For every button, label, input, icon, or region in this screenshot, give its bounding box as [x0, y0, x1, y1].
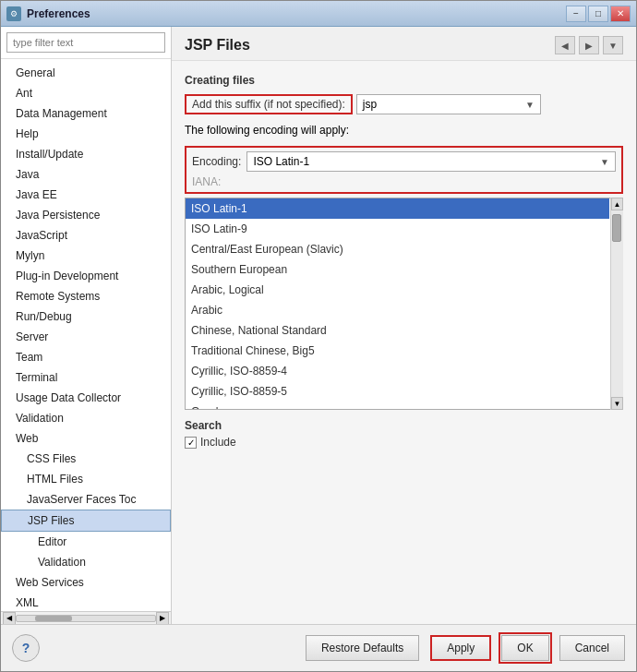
include-row: ✓ Include [185, 436, 623, 449]
suffix-value: jsp [363, 98, 377, 111]
vscroll-up[interactable]: ▲ [611, 198, 623, 210]
panel-header: JSP Files ◀ ▶ ▼ [172, 27, 636, 61]
main-content: General Ant Data Management Help Install… [1, 27, 636, 624]
window-icon: ⚙ [6, 6, 21, 21]
sidebar-item-validation[interactable]: Validation [1, 408, 171, 428]
encoding-option-iso-latin-1[interactable]: ISO Latin-1 [186, 198, 609, 219]
right-panel: JSP Files ◀ ▶ ▼ Creating files Add this … [172, 27, 636, 624]
encoding-dropdown[interactable]: ISO Latin-1 ▼ [246, 151, 616, 172]
close-button[interactable]: ✕ [610, 6, 631, 22]
ok-button[interactable]: OK [501, 635, 548, 661]
sidebar-item-general[interactable]: General [1, 63, 171, 83]
creating-files-label: Creating files [185, 74, 623, 87]
sidebar-item-java-persistence[interactable]: Java Persistence [1, 205, 171, 225]
sidebar-item-remote-systems[interactable]: Remote Systems [1, 286, 171, 306]
nav-back-button[interactable]: ◀ [555, 36, 575, 54]
include-label: Include [200, 436, 236, 449]
vscroll-track [611, 210, 623, 397]
sidebar-item-help[interactable]: Help [1, 124, 171, 144]
sidebar-item-mylyn[interactable]: Mylyn [1, 246, 171, 266]
action-buttons: Restore Defaults Apply OK Cancel [306, 632, 625, 664]
scroll-track [16, 615, 156, 622]
tree-area: General Ant Data Management Help Install… [1, 59, 171, 611]
search-row: Search [185, 419, 623, 432]
suffix-dropdown[interactable]: jsp ▼ [356, 94, 541, 114]
apply-button[interactable]: Apply [430, 635, 491, 661]
search-input[interactable] [6, 32, 165, 53]
sidebar: General Ant Data Management Help Install… [1, 27, 172, 624]
suffix-row: Add this suffix (if not specified): jsp … [185, 94, 623, 114]
sidebar-item-jsp-files[interactable]: JSP Files [1, 510, 171, 532]
encoding-section-label: The following encoding will apply: [185, 124, 349, 137]
encoding-option-greek[interactable]: Greek [186, 402, 609, 410]
window-title: Preferences [27, 7, 566, 20]
encoding-option-southern[interactable]: Southern European [186, 259, 609, 280]
include-checkbox[interactable]: ✓ [185, 437, 197, 449]
maximize-button[interactable]: □ [588, 6, 608, 22]
search-box [1, 27, 171, 59]
encoding-selected-value: ISO Latin-1 [253, 155, 309, 168]
vscroll-down[interactable]: ▼ [611, 397, 623, 410]
sidebar-item-install-update[interactable]: Install/Update [1, 144, 171, 164]
encoding-option-arabic[interactable]: Arabic [186, 300, 609, 320]
sidebar-item-usage-data-collector[interactable]: Usage Data Collector [1, 388, 171, 408]
sidebar-item-editor[interactable]: Editor [1, 532, 171, 552]
sidebar-item-team[interactable]: Team [1, 347, 171, 367]
sidebar-item-server[interactable]: Server [1, 327, 171, 347]
sidebar-item-web-services[interactable]: Web Services [1, 572, 171, 593]
suffix-label: Add this suffix (if not specified): [185, 94, 353, 114]
sidebar-item-xml[interactable]: XML [1, 593, 171, 611]
search-section: Search ✓ Include [185, 419, 623, 449]
iana-row: IANA: [192, 175, 616, 188]
vscroll-thumb [612, 214, 621, 242]
encoding-description-row: The following encoding will apply: [185, 124, 623, 137]
scroll-right-arrow[interactable]: ▶ [156, 612, 169, 625]
encoding-option-cyrillic-4[interactable]: Cyrillic, ISO-8859-4 [186, 361, 609, 381]
sidebar-scrollbar: ◀ ▶ [1, 611, 171, 624]
encoding-option-cyrillic-5[interactable]: Cyrillic, ISO-8859-5 [186, 381, 609, 402]
encoding-option-traditional-chinese[interactable]: Traditional Chinese, Big5 [186, 341, 609, 361]
sidebar-item-web[interactable]: Web [1, 428, 171, 449]
sidebar-item-plugin-development[interactable]: Plug-in Development [1, 266, 171, 286]
nav-dropdown-button[interactable]: ▼ [603, 36, 623, 54]
encoding-container: Encoding: ISO Latin-1 ▼ IANA: [185, 146, 623, 194]
panel-title: JSP Files [185, 37, 250, 54]
sidebar-item-java[interactable]: Java [1, 164, 171, 185]
encoding-list-wrapper: ISO Latin-1 ISO Latin-9 Central/East Eur… [185, 198, 623, 410]
cancel-button[interactable]: Cancel [559, 635, 625, 661]
minimize-button[interactable]: − [566, 6, 586, 22]
iana-label: IANA: [192, 175, 221, 188]
sidebar-item-terminal[interactable]: Terminal [1, 367, 171, 388]
sidebar-item-data-management[interactable]: Data Management [1, 103, 171, 124]
sidebar-item-validation-sub[interactable]: Validation [1, 552, 171, 572]
panel-body: Creating files Add this suffix (if not s… [172, 61, 636, 624]
preferences-window: ⚙ Preferences − □ ✕ General Ant Data Man… [0, 0, 637, 672]
bottom-bar: ? Restore Defaults Apply OK Cancel [1, 624, 636, 671]
sidebar-item-ant[interactable]: Ant [1, 83, 171, 103]
encoding-option-arabic-logical[interactable]: Arabic, Logical [186, 280, 609, 300]
encoding-option-central-east[interactable]: Central/East European (Slavic) [186, 239, 609, 259]
encoding-dropdown-arrow: ▼ [600, 157, 609, 167]
suffix-dropdown-arrow: ▼ [525, 100, 535, 110]
sidebar-item-javascript[interactable]: JavaScript [1, 225, 171, 246]
sidebar-item-java-ee[interactable]: Java EE [1, 185, 171, 205]
scroll-left-arrow[interactable]: ◀ [3, 612, 16, 625]
sidebar-item-html-files[interactable]: HTML Files [1, 469, 171, 489]
encoding-list[interactable]: ISO Latin-1 ISO Latin-9 Central/East Eur… [185, 198, 623, 410]
panel-nav: ◀ ▶ ▼ [555, 36, 623, 54]
encoding-option-iso-latin-9[interactable]: ISO Latin-9 [186, 219, 609, 239]
sidebar-item-run-debug[interactable]: Run/Debug [1, 306, 171, 327]
search-label: Search [185, 419, 222, 432]
nav-forward-button[interactable]: ▶ [579, 36, 599, 54]
help-button[interactable]: ? [12, 634, 40, 662]
ok-button-wrapper: OK [499, 632, 551, 664]
sidebar-item-css-files[interactable]: CSS Files [1, 449, 171, 469]
sidebar-item-jsf-toc[interactable]: JavaServer Faces Toc [1, 489, 171, 510]
encoding-list-scrollbar: ▲ ▼ [610, 198, 623, 410]
restore-defaults-button[interactable]: Restore Defaults [306, 635, 419, 661]
encoding-option-chinese-national[interactable]: Chinese, National Standard [186, 320, 609, 341]
encoding-label: Encoding: [192, 155, 241, 168]
window-controls: − □ ✕ [566, 6, 631, 22]
title-bar: ⚙ Preferences − □ ✕ [1, 1, 636, 27]
encoding-row: Encoding: ISO Latin-1 ▼ [192, 151, 616, 172]
